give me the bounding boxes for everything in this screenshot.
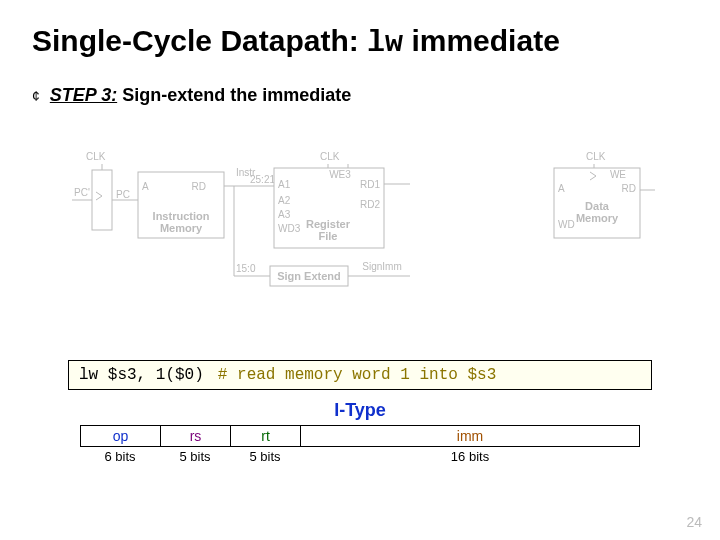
bits-imm: 16 bits bbox=[300, 447, 640, 464]
label-a1: A1 bbox=[278, 179, 291, 190]
itype-format: I-Type op rs rt imm 6 bits 5 bits 5 bits… bbox=[32, 400, 688, 464]
label-imem: Instruction bbox=[153, 210, 210, 222]
label-imem2: Memory bbox=[160, 222, 203, 234]
bits-rt: 5 bits bbox=[230, 447, 300, 464]
label-a3: A3 bbox=[278, 209, 291, 220]
label-rd1: RD1 bbox=[360, 179, 380, 190]
label-signimm: SignImm bbox=[362, 261, 401, 272]
label-a-imem: A bbox=[142, 181, 149, 192]
label-a2: A2 bbox=[278, 195, 291, 206]
bits-op: 6 bits bbox=[80, 447, 160, 464]
label-wd-dmem: WD bbox=[558, 219, 575, 230]
code-snippet: lw $s3, 1($0) # read memory word 1 into … bbox=[68, 360, 652, 390]
label-rd2: RD2 bbox=[360, 199, 380, 210]
datapath-diagram: CLK PC' PC A RD Instruction Memory Instr… bbox=[32, 120, 688, 320]
field-op: op bbox=[81, 425, 161, 446]
label-rd-dmem: RD bbox=[622, 183, 636, 194]
label-dmem: Data bbox=[585, 200, 610, 212]
label-clk-dmem: CLK bbox=[586, 151, 606, 162]
label-we3: WE3 bbox=[329, 169, 351, 180]
page-title: Single-Cycle Datapath: lw immediate bbox=[32, 24, 688, 61]
svg-rect-0 bbox=[92, 170, 112, 230]
code-instruction: lw $s3, 1($0) bbox=[79, 366, 204, 384]
label-clk-pc: CLK bbox=[86, 151, 106, 162]
itype-table: op rs rt imm bbox=[80, 425, 640, 447]
title-pre: Single-Cycle Datapath: bbox=[32, 24, 367, 57]
label-dmem2: Memory bbox=[576, 212, 619, 224]
title-keyword: lw bbox=[367, 26, 403, 60]
label-regfile2: File bbox=[319, 230, 338, 242]
label-pc: PC bbox=[116, 189, 130, 200]
bits-rs: 5 bits bbox=[160, 447, 230, 464]
step-label: STEP 3: bbox=[50, 85, 117, 105]
label-slice2521: 25:21 bbox=[250, 174, 275, 185]
label-clk-rf: CLK bbox=[320, 151, 340, 162]
label-signext: Sign Extend bbox=[277, 270, 341, 282]
label-we-dmem: WE bbox=[610, 169, 626, 180]
field-rt: rt bbox=[231, 425, 301, 446]
label-rd-imem: RD bbox=[192, 181, 206, 192]
label-regfile: Register bbox=[306, 218, 351, 230]
title-post: immediate bbox=[403, 24, 560, 57]
field-imm: imm bbox=[301, 425, 640, 446]
bullet-icon: ¢ bbox=[32, 88, 40, 104]
label-a-dmem: A bbox=[558, 183, 565, 194]
label-slice150: 15:0 bbox=[236, 263, 256, 274]
label-pcp: PC' bbox=[74, 187, 90, 198]
slide-number: 24 bbox=[686, 514, 702, 530]
label-wd3: WD3 bbox=[278, 223, 301, 234]
step-text: Sign-extend the immediate bbox=[117, 85, 351, 105]
itype-heading: I-Type bbox=[32, 400, 688, 421]
code-comment: # read memory word 1 into $s3 bbox=[218, 366, 496, 384]
field-rs: rs bbox=[161, 425, 231, 446]
